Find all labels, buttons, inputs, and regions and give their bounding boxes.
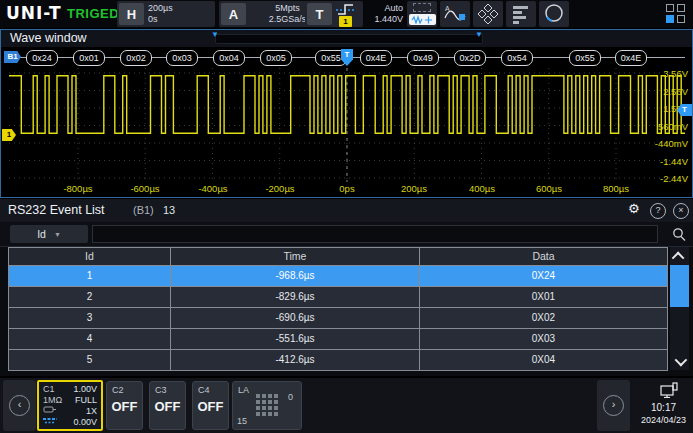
horizontal-settings-button[interactable]: H 200µs 0s [117, 1, 215, 27]
filter-field-value: Id [37, 228, 46, 240]
event-table-row[interactable]: 2-829.6µs0X01 [8, 287, 668, 308]
trigger-key: T [307, 3, 332, 25]
chevron-left-icon: ‹ [9, 395, 30, 416]
event-search-input[interactable] [92, 225, 658, 243]
la-channel-dot [274, 394, 278, 398]
math-wave-button[interactable]: A [440, 1, 470, 27]
chevron-down-icon [675, 353, 688, 366]
gear-icon[interactable]: ⚙ [628, 201, 640, 216]
la-channel-grid-icon [256, 394, 278, 416]
event-table-cell: 2 [8, 287, 171, 308]
trigger-level: 1.440V [349, 14, 403, 25]
timebase-scale: 200µs [148, 3, 173, 14]
time-axis-label: 800µs [603, 183, 629, 194]
event-table-cell: -968.6µs [171, 266, 420, 287]
column-header[interactable]: Data [420, 247, 668, 266]
trigger-mode-level: Auto 1.440V [349, 3, 403, 25]
close-icon[interactable]: × [673, 203, 689, 219]
top-toolbar: UNI-T TRIGED H 200µs 0s A 5Mpts 2.5GSa/s… [0, 0, 693, 28]
scroll-right-button[interactable]: › [597, 380, 630, 431]
search-button[interactable] [669, 225, 689, 243]
bottom-channel-bar: ‹ C11.00V 1MΩFULL 1X 0.00V C2 OFF C3 OFF… [0, 378, 693, 433]
ch3-name: C3 [155, 385, 167, 395]
timebase-offset: 0s [148, 14, 173, 25]
decode-search-button[interactable] [407, 1, 437, 27]
chevron-down-icon: ▼ [54, 231, 61, 238]
wave-window: Wave window ▼ ▼ B1 T 0x240x010x020x030x0… [0, 29, 693, 198]
xy-mode-button[interactable] [473, 1, 503, 27]
scrollbar-thumb[interactable] [670, 265, 689, 307]
window-layout-button[interactable] [666, 4, 687, 25]
channel2-tile[interactable]: C2 OFF [106, 381, 143, 430]
histogram-icon [511, 4, 531, 24]
la-channel-dot [262, 394, 266, 398]
event-table-row[interactable]: 1-968.6µs0X24 [8, 266, 668, 287]
ch4-name: C4 [198, 385, 210, 395]
event-table-cell: -690.6µs [171, 308, 420, 329]
filter-field-dropdown[interactable]: Id ▼ [10, 225, 88, 243]
la-channel-dot [268, 406, 272, 410]
event-table-cell: 5 [8, 350, 171, 371]
scroll-left-button[interactable]: ‹ [3, 380, 36, 431]
event-table-cell: 0X01 [420, 287, 668, 308]
la-channel-dot [274, 400, 278, 404]
scroll-down-button[interactable] [670, 352, 689, 370]
brand-logo: UNI-T [6, 3, 62, 23]
event-table-cell: -829.6µs [171, 287, 420, 308]
column-header[interactable]: Time [171, 247, 420, 266]
event-list-title: RS232 Event List [8, 203, 105, 217]
magnifier-icon [672, 227, 686, 241]
bus-decode-value: 0x4E [615, 50, 647, 66]
ch3-state: OFF [150, 399, 185, 414]
ch1-scale: 1.00V [73, 384, 97, 395]
event-table-header: IdTimeData [8, 247, 668, 266]
math-wave-icon: A [443, 3, 467, 25]
acquire-key: A [221, 3, 246, 25]
layout-square-icon [666, 4, 674, 12]
help-icon[interactable]: ? [650, 203, 666, 219]
la-channel-dot [268, 394, 272, 398]
event-table-cell: -412.6µs [171, 350, 420, 371]
event-count: 13 [163, 204, 175, 216]
voltage-axis-label: -440mV [655, 138, 688, 149]
layout-square-icon [677, 4, 685, 12]
event-table-row[interactable]: 4-551.6µs0X03 [8, 329, 668, 350]
bus-decode-value: 0x24 [26, 50, 58, 66]
circle-measure-icon [543, 3, 565, 25]
la-channel-dot [274, 406, 278, 410]
time-axis-label: 0ps [339, 183, 354, 194]
la-low-index: 15 [237, 416, 247, 426]
la-channel-dot [262, 412, 266, 416]
clock-block[interactable]: 10:17 2024/04/23 [634, 378, 693, 433]
bus-decode-value: 0x02 [120, 50, 152, 66]
channel1-tile[interactable]: C11.00V 1MΩFULL 1X 0.00V [37, 380, 103, 431]
xy-diamonds-icon [477, 3, 499, 25]
event-table-scrollbar[interactable] [670, 247, 689, 370]
event-table-cell: 0X04 [420, 350, 668, 371]
oscilloscope-screen: UNI-T TRIGED H 200µs 0s A 5Mpts 2.5GSa/s… [0, 0, 693, 433]
event-table-cell: 3 [8, 308, 171, 329]
la-channel-dot [256, 400, 260, 404]
event-table-row[interactable]: 3-690.6µs0X02 [8, 308, 668, 329]
ch1-impedance: 1MΩ [43, 395, 62, 406]
event-table-cell: 4 [8, 329, 171, 350]
event-table-cell: 0X24 [420, 266, 668, 287]
layout-square-active-icon [666, 15, 674, 23]
voltage-axis-label: 3.56V [663, 68, 688, 79]
bus-decode-value: 0x03 [166, 50, 198, 66]
channel4-tile[interactable]: C4 OFF [192, 381, 229, 430]
voltage-axis-label: 560mV [658, 121, 688, 132]
event-table-row[interactable]: 5-412.6µs0X04 [8, 350, 668, 371]
voltage-axis-label: -2.44V [660, 173, 688, 184]
column-header[interactable]: Id [8, 247, 171, 266]
ch4-state: OFF [193, 399, 228, 414]
monitor-usb-icon [660, 382, 678, 398]
scroll-up-button[interactable] [670, 247, 689, 265]
histogram-button[interactable] [506, 1, 536, 27]
circle-measure-button[interactable] [539, 1, 569, 27]
channel3-tile[interactable]: C3 OFF [149, 381, 186, 430]
la-channel-dot [262, 400, 266, 404]
bus-decode-value: 0x49 [407, 50, 439, 66]
logic-analyzer-tile[interactable]: LA 0 15 [232, 381, 302, 430]
ch1-bandwidth: FULL [75, 395, 97, 406]
